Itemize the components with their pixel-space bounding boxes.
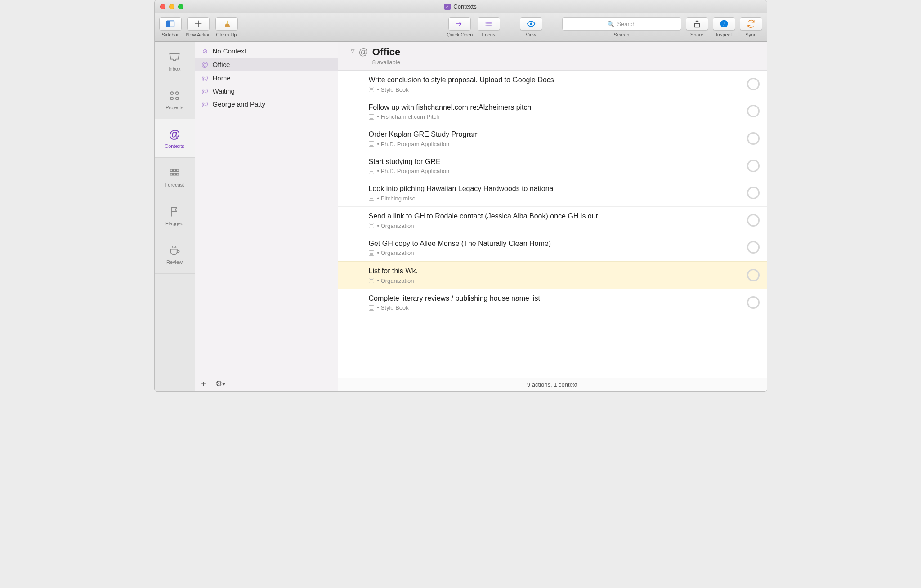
perspective-rail: Inbox Projects @ Contexts Forecast Flagg… xyxy=(155,42,195,391)
sync-button[interactable] xyxy=(740,17,762,31)
task-row[interactable]: Follow up with fishchannel.com re:Alzhei… xyxy=(338,98,767,125)
svg-rect-17 xyxy=(170,169,173,171)
at-icon: @ xyxy=(168,128,181,141)
info-icon: i xyxy=(720,19,729,28)
rail-flagged[interactable]: Flagged xyxy=(155,196,195,235)
clean-up-button[interactable] xyxy=(215,17,238,31)
task-title: Follow up with fishchannel.com re:Alzhei… xyxy=(369,102,740,112)
header-at-icon: @ xyxy=(359,47,368,57)
context-waiting[interactable]: @ Waiting xyxy=(195,85,338,98)
context-office[interactable]: @ Office xyxy=(195,58,338,71)
complete-checkbox[interactable] xyxy=(747,241,760,254)
task-row[interactable]: List for this Wk.• Organization xyxy=(338,261,767,289)
search-field[interactable]: 🔍 Search xyxy=(562,17,681,31)
app-title-icon xyxy=(444,4,451,10)
rail-projects-label: Projects xyxy=(165,105,183,110)
rail-projects[interactable]: Projects xyxy=(155,80,195,119)
complete-checkbox[interactable] xyxy=(747,132,760,145)
svg-rect-3 xyxy=(486,23,492,24)
svg-rect-20 xyxy=(170,173,173,175)
task-project: • Style Book xyxy=(369,86,740,93)
svg-rect-18 xyxy=(174,169,176,171)
context-label: Waiting xyxy=(213,87,235,95)
rail-review[interactable]: Review xyxy=(155,235,195,274)
context-no-context[interactable]: ⊘ No Context xyxy=(195,45,338,58)
minimize-window-button[interactable] xyxy=(169,4,174,9)
projects-icon xyxy=(168,89,181,102)
context-home[interactable]: @ Home xyxy=(195,71,338,85)
svg-rect-19 xyxy=(177,169,179,171)
new-action-button[interactable] xyxy=(187,17,210,31)
complete-checkbox[interactable] xyxy=(747,214,760,227)
view-button[interactable] xyxy=(520,17,542,31)
rail-forecast[interactable]: Forecast xyxy=(155,158,195,196)
rail-review-label: Review xyxy=(166,259,183,265)
window-title: Contexts xyxy=(453,3,476,10)
zoom-window-button[interactable] xyxy=(178,4,183,9)
context-at-icon: @ xyxy=(201,74,209,82)
task-row[interactable]: Complete literary reviews / publishing h… xyxy=(338,289,767,316)
view-label: View xyxy=(526,32,537,37)
task-row[interactable]: Send a link to GH to Rodale contact (Jes… xyxy=(338,207,767,234)
context-george-and-patty[interactable]: @ George and Patty xyxy=(195,98,338,111)
task-title: Get GH copy to Allee Monse (The Naturall… xyxy=(369,239,740,249)
complete-checkbox[interactable] xyxy=(747,105,760,117)
quick-open-button[interactable] xyxy=(448,17,471,31)
context-gear-menu[interactable]: ⚙▾ xyxy=(215,379,225,388)
task-list: Write conclusion to style proposal. Uplo… xyxy=(338,71,767,378)
share-button[interactable] xyxy=(686,17,708,31)
task-project: • Style Book xyxy=(369,304,740,311)
context-list: ⊘ No Context @ Office @ Home @ Waiting @ xyxy=(195,42,338,376)
sync-label: Sync xyxy=(745,32,756,37)
sidebar-label: Sidebar xyxy=(162,32,179,37)
complete-checkbox[interactable] xyxy=(747,160,760,172)
rail-forecast-label: Forecast xyxy=(165,182,184,187)
note-icon xyxy=(369,250,374,256)
rail-inbox-label: Inbox xyxy=(169,66,181,71)
task-title: Order Kaplan GRE Study Program xyxy=(369,129,740,139)
search-label: Search xyxy=(614,32,630,37)
rail-inbox[interactable]: Inbox xyxy=(155,42,195,80)
task-row[interactable]: Get GH copy to Allee Monse (The Naturall… xyxy=(338,234,767,262)
inspect-button[interactable]: i xyxy=(713,17,735,31)
task-row[interactable]: Look into pitching Hawaiian Legacy Hardw… xyxy=(338,179,767,207)
add-context-button[interactable]: ＋ xyxy=(200,379,207,389)
focus-button[interactable] xyxy=(478,17,500,31)
status-text: 9 actions, 1 context xyxy=(527,381,577,388)
quick-open-icon xyxy=(455,19,464,28)
note-icon xyxy=(369,305,374,311)
task-project: • Organization xyxy=(369,249,740,256)
task-title: Complete literary reviews / publishing h… xyxy=(369,294,740,303)
context-bottom-bar: ＋ ⚙▾ xyxy=(195,376,338,391)
task-row[interactable]: Write conclusion to style proposal. Uplo… xyxy=(338,71,767,98)
rail-contexts-label: Contexts xyxy=(165,143,184,149)
svg-rect-1 xyxy=(166,21,170,27)
eye-icon xyxy=(527,19,536,28)
complete-checkbox[interactable] xyxy=(747,269,760,281)
svg-point-12 xyxy=(170,92,173,94)
inspect-label: Inspect xyxy=(716,32,732,37)
task-title: List for this Wk. xyxy=(369,266,740,276)
titlebar: Contexts xyxy=(155,0,767,13)
task-title: Send a link to GH to Rodale contact (Jes… xyxy=(369,211,740,221)
task-row[interactable]: Order Kaplan GRE Study Program• Ph.D. Pr… xyxy=(338,125,767,152)
rail-contexts[interactable]: @ Contexts xyxy=(155,119,195,158)
note-icon xyxy=(369,114,374,120)
content-title: Office xyxy=(372,46,400,58)
svg-rect-22 xyxy=(177,173,179,175)
context-label: Home xyxy=(213,74,231,82)
close-window-button[interactable] xyxy=(160,4,165,9)
svg-point-5 xyxy=(485,22,486,23)
complete-checkbox[interactable] xyxy=(747,78,760,90)
disclosure-triangle[interactable]: ▽ xyxy=(351,48,354,54)
sidebar-toggle-button[interactable] xyxy=(159,17,182,31)
context-at-icon: @ xyxy=(201,87,209,95)
task-title: Start studying for GRE xyxy=(369,157,740,167)
broom-icon xyxy=(222,19,231,28)
task-project: • Ph.D. Program Application xyxy=(369,141,740,147)
sidebar-icon xyxy=(166,19,175,28)
complete-checkbox[interactable] xyxy=(747,296,760,309)
complete-checkbox[interactable] xyxy=(747,187,760,199)
task-row[interactable]: Start studying for GRE• Ph.D. Program Ap… xyxy=(338,152,767,180)
sync-icon xyxy=(747,19,756,28)
